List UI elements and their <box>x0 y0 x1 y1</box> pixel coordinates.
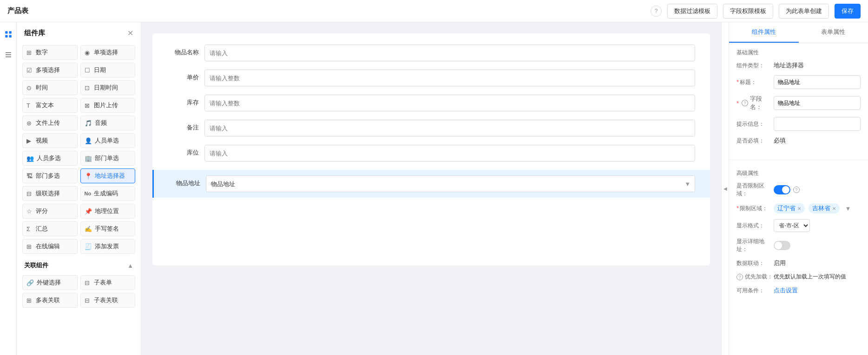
tab-component-props[interactable]: 组件属性 <box>729 22 799 43</box>
title-label: *标题： <box>736 78 774 86</box>
component-sub-form[interactable]: ⊟ 子表单 <box>80 275 136 290</box>
component-number[interactable]: ⊞ 数字 <box>22 45 78 60</box>
field-name-input[interactable] <box>774 96 861 110</box>
form-row-remark: 备注 <box>167 120 695 136</box>
panel-row-component-type: 组件类型： 地址选择器 <box>736 61 861 70</box>
create-form-button[interactable]: 为此表单创建 <box>779 4 829 19</box>
label-location: 库位 <box>167 145 204 157</box>
component-video[interactable]: ▶ 视频 <box>22 133 78 148</box>
component-sub-relation[interactable]: ⊟ 子表关联 <box>80 293 136 308</box>
component-foreign-key[interactable]: 🔗 外键选择 <box>22 275 78 290</box>
input-remark[interactable] <box>204 120 695 136</box>
input-stock[interactable] <box>204 95 695 111</box>
label-stock: 库存 <box>167 95 204 107</box>
hint-input[interactable] <box>774 117 861 131</box>
component-person-single[interactable]: 👤 人员单选 <box>80 133 136 148</box>
component-multi-table-label: 多表关联 <box>36 296 60 304</box>
component-date[interactable]: ☐ 日期 <box>80 63 136 77</box>
component-address[interactable]: 📍 地址选择器 <box>80 168 136 183</box>
dept-multi-icon: 🏗 <box>26 173 33 180</box>
sidebar-icon-strip <box>0 22 17 355</box>
component-date-label: 日期 <box>94 66 106 74</box>
component-file-upload[interactable]: ⊛ 文件上传 <box>22 116 78 130</box>
component-sub-relation-label: 子表关联 <box>94 296 118 304</box>
panel-row-hint: 提示信息： <box>736 117 861 131</box>
panel-toggle-handle[interactable]: ◀ <box>721 22 729 355</box>
tab-form-props[interactable]: 表单属性 <box>799 22 868 43</box>
person-single-icon: 👤 <box>85 137 92 144</box>
tag-jilin-close[interactable]: ✕ <box>832 206 836 211</box>
svg-rect-0 <box>5 31 7 33</box>
page-title: 产品表 <box>7 6 28 15</box>
display-format-select[interactable]: 省-市-区 <box>774 219 810 232</box>
address-select[interactable]: 物品地址 <box>206 175 695 192</box>
component-gen-code[interactable]: No 生成编码 <box>80 186 136 201</box>
field-name-label: * ? 字段名： <box>736 95 774 111</box>
tag-liaoning-close[interactable]: ✕ <box>797 206 801 211</box>
component-summary[interactable]: Σ 汇总 <box>22 221 78 236</box>
condition-label: 可用条件： <box>736 287 774 295</box>
panel-row-title: *标题： <box>736 75 861 89</box>
components-icon-btn[interactable] <box>2 28 15 41</box>
filter-template-button[interactable]: 数据过滤模板 <box>667 4 717 19</box>
restrict-region-help-icon[interactable]: ? <box>793 187 800 193</box>
component-dept-single-label: 部门单选 <box>95 154 119 162</box>
component-image-upload[interactable]: ⊠ 图片上传 <box>80 98 136 113</box>
panel-row-restrict-region: 是否限制区域： ? <box>736 182 861 198</box>
component-number-label: 数字 <box>36 48 48 57</box>
image-upload-icon: ⊠ <box>85 102 91 109</box>
component-online-edit[interactable]: ⊞ 在线编辑 <box>22 239 78 254</box>
condition-link[interactable]: 点击设置 <box>774 286 798 295</box>
component-person-multi[interactable]: 👥 人员多选 <box>22 151 78 166</box>
data-icon-btn[interactable] <box>2 48 15 61</box>
help-button[interactable]: ? <box>651 6 662 17</box>
component-single-select-label: 单项选择 <box>94 48 118 57</box>
show-detail-label: 显示详细地址： <box>736 238 774 253</box>
panel-row-priority-load: ? 优先加载： 优先默认加载上一次填写的值 <box>736 273 861 281</box>
sidebar-header: 组件库 ✕ <box>17 22 141 42</box>
field-name-help-icon[interactable]: ? <box>742 100 748 106</box>
title-input[interactable] <box>774 75 861 89</box>
component-single-select[interactable]: ◉ 单项选择 <box>80 45 136 60</box>
component-multi-table[interactable]: ⊞ 多表关联 <box>22 293 78 308</box>
component-audio[interactable]: 🎵 音频 <box>80 116 136 130</box>
component-signature[interactable]: ✍ 手写签名 <box>80 221 136 236</box>
sidebar-title: 组件库 <box>24 29 45 38</box>
component-multi-select[interactable]: ☑ 多项选择 <box>22 63 78 77</box>
sidebar-close-button[interactable]: ✕ <box>127 29 133 38</box>
component-time[interactable]: ⊙ 时间 <box>22 80 78 95</box>
show-detail-toggle[interactable] <box>774 241 790 250</box>
svg-rect-2 <box>5 35 7 38</box>
restrict-region-toggle[interactable] <box>774 185 790 194</box>
panel-tabs: 组件属性 表单属性 <box>729 22 868 43</box>
related-collapse-icon[interactable]: ▲ <box>127 262 133 269</box>
component-rich-text[interactable]: T 富文本 <box>22 98 78 113</box>
form-row-price: 单价 <box>167 70 695 86</box>
component-rating[interactable]: ☆ 评分 <box>22 204 78 219</box>
advanced-section: 高级属性 是否限制区域： ? *限制区域： 辽宁省 ✕ 吉林 <box>729 164 868 306</box>
restrict-region-toggle-row: ? <box>774 185 800 194</box>
component-grid: ⊞ 数字 ◉ 单项选择 ☑ 多项选择 ☐ 日期 ⊙ 时间 ⊡ 日期时间 <box>17 42 141 257</box>
save-button[interactable]: 保存 <box>835 4 861 19</box>
component-geo[interactable]: 📌 地理位置 <box>80 204 136 219</box>
field-perm-button[interactable]: 字段权限模板 <box>723 4 773 19</box>
component-dept-multi[interactable]: 🏗 部门多选 <box>22 168 78 183</box>
signature-icon: ✍ <box>85 226 92 232</box>
component-signature-label: 手写签名 <box>95 225 119 233</box>
priority-load-help-icon[interactable]: ? <box>736 274 743 280</box>
tags-collapse-arrow[interactable]: ▼ <box>843 204 853 213</box>
input-price[interactable] <box>204 70 695 86</box>
component-dept-single[interactable]: 🏢 部门单选 <box>80 151 136 166</box>
input-location[interactable] <box>204 145 695 161</box>
label-address: 物品地址 <box>169 175 206 187</box>
component-invoice[interactable]: 🧾 添加发票 <box>80 239 136 254</box>
topbar-actions: ? 数据过滤模板 字段权限模板 为此表单创建 保存 <box>651 4 861 19</box>
data-linkage-label: 数据联动： <box>736 259 774 267</box>
component-cascade[interactable]: ⊟ 级联选择 <box>22 186 78 201</box>
component-dept-multi-label: 部门多选 <box>36 172 60 180</box>
component-cascade-label: 级联选择 <box>36 189 60 198</box>
hint-label: 提示信息： <box>736 120 774 128</box>
geo-icon: 📌 <box>85 208 92 215</box>
component-datetime[interactable]: ⊡ 日期时间 <box>80 80 136 95</box>
input-name[interactable] <box>204 45 695 61</box>
